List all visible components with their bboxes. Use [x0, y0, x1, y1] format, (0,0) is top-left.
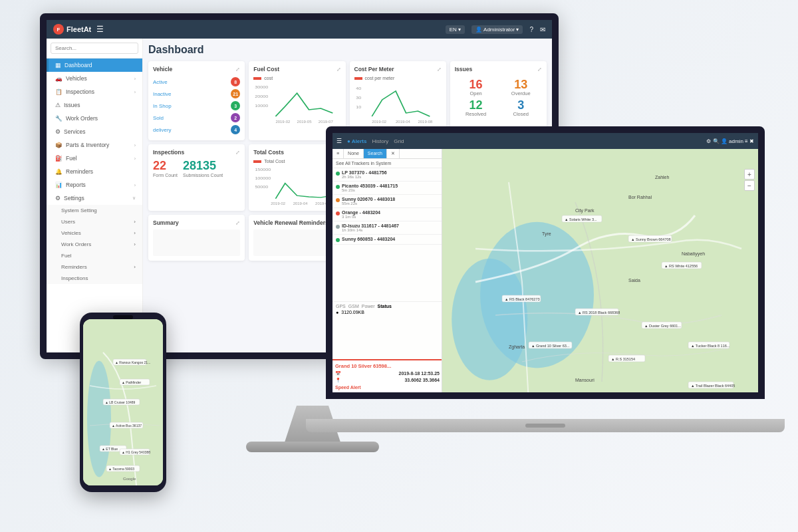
- svg-text:▲ ET Blue: ▲ ET Blue: [102, 447, 118, 451]
- none-option[interactable]: None: [344, 149, 364, 158]
- expand-icon[interactable]: ⤢: [235, 66, 240, 72]
- map-marker-3[interactable]: ▲ RS White 412556: [662, 262, 702, 269]
- map-marker-6[interactable]: ▲ Duster Grey 6601...: [642, 322, 682, 329]
- tracker-item-2[interactable]: Picanto 453039 - 4481715 5m 23s: [332, 182, 442, 195]
- sidebar-sub-workorders[interactable]: Work Orders ›: [47, 239, 142, 250]
- sidebar-item-inspections[interactable]: 📋 Inspections ›: [47, 85, 142, 98]
- map-marker-10[interactable]: ▲ Trail Blazer Black 64405: [688, 382, 735, 388]
- sidebar-sub-fuel[interactable]: Fuel: [47, 250, 142, 261]
- filter-icon[interactable]: ≡: [332, 149, 344, 158]
- sidebar-label-vehicles: Vehicles: [66, 75, 87, 82]
- tracker-item-4[interactable]: Orange - 4483204 3 1m 0s: [332, 208, 442, 221]
- sidebar-item-parts[interactable]: 📦 Parts & Inventory ›: [47, 138, 142, 152]
- map-marker-8[interactable]: ▲ Tucker Black 8 116...: [688, 342, 730, 348]
- close-tab[interactable]: ✕: [387, 149, 400, 158]
- issues-expand-icon[interactable]: ⤢: [537, 66, 542, 72]
- sidebar-label-inspections: Inspections: [66, 88, 94, 95]
- sidebar-item-settings[interactable]: ⚙ Settings ∨: [47, 192, 142, 205]
- chevron-right-icon-2: ›: [134, 90, 136, 94]
- svg-point-57: [87, 361, 111, 477]
- svg-text:150000: 150000: [255, 168, 271, 172]
- sidebar-item-reminders[interactable]: 🔔 Reminders: [47, 165, 142, 178]
- chevron-right-icon-5: ›: [134, 183, 136, 188]
- sidebar-item-fuel[interactable]: ⛽ Fuel ›: [47, 152, 142, 165]
- vehicle-card: Vehicle ⤢ Active 8 Inactive: [148, 61, 245, 140]
- sidebar-item-services[interactable]: ⚙ Services: [47, 125, 142, 138]
- fuel-expand-icon[interactable]: ⤢: [336, 66, 341, 72]
- sidebar-sub-reminders[interactable]: Reminders ›: [47, 261, 142, 273]
- vehicles-sub-label: Vehicles: [61, 230, 81, 236]
- settings-submenu: System Setting Users › Vehicles ›: [47, 205, 142, 284]
- selected-vehicle-name: Grand 10 Silver 63598...: [335, 363, 440, 369]
- map-marker-9[interactable]: ▲ R.S 315154: [608, 355, 645, 362]
- search-tab[interactable]: Search: [364, 149, 387, 158]
- svg-text:2019-08: 2019-08: [418, 120, 432, 123]
- fuel-cost-title: Fuel Cost: [253, 66, 279, 72]
- settings-icon: ⚙: [55, 195, 61, 201]
- tracker-item-6[interactable]: Sunny 660853 - 4483204: [332, 235, 442, 245]
- help-icon[interactable]: ?: [529, 26, 533, 33]
- map-marker-1[interactable]: ▲ Solaris White 3...: [562, 215, 602, 222]
- user-button[interactable]: 👤 Administrator ▾: [471, 25, 523, 34]
- inshop-label: In Shop: [153, 103, 172, 109]
- issues-open: 16 Open: [455, 78, 497, 96]
- hamburger-icon[interactable]: ☰: [96, 25, 104, 34]
- issues-title: Issues: [455, 66, 472, 72]
- tracker-item-5[interactable]: ID-Isuzu 311617 - 4481467 1h 30m 14s: [332, 221, 442, 235]
- mobile-device: ▲ Ranoux Kangoo 21... ▲ Pathfinder ▲ LB …: [80, 313, 166, 492]
- zoom-in-button[interactable]: +: [744, 169, 755, 180]
- fuel-icon: ⛽: [55, 155, 63, 162]
- active-label: Active: [153, 79, 168, 85]
- menu-icon[interactable]: ☰: [336, 138, 342, 144]
- open-value: 16: [455, 78, 497, 90]
- cpm-expand-icon[interactable]: ⤢: [437, 66, 442, 72]
- active-badge: 8: [231, 77, 240, 86]
- sidebar-sub-inspections[interactable]: Inspections: [47, 273, 142, 284]
- vehicle-card-header: Vehicle ⤢: [153, 66, 240, 72]
- summary-expand-icon[interactable]: ⤢: [235, 220, 240, 226]
- map-background: Zahleh Bor Rahhal City Park Tyre Saida N…: [442, 149, 758, 392]
- zoom-out-button[interactable]: −: [744, 180, 755, 191]
- inshop-badge: 3: [231, 101, 240, 110]
- status-label: Status: [378, 304, 392, 309]
- fuel-sub-label: Fuel: [61, 253, 72, 259]
- map-marker-7[interactable]: ▲ Grand 10 Silver 63...: [529, 342, 572, 348]
- sidebar-item-dashboard[interactable]: ▦ Dashboard: [47, 59, 142, 72]
- tracker-name-1: LP 307370 - 4481756: [342, 170, 438, 175]
- sidebar-item-issues[interactable]: ⚠ Issues: [47, 98, 142, 112]
- status-dot-6: [336, 238, 340, 242]
- history-tab[interactable]: History: [372, 138, 388, 144]
- svg-text:City Park: City Park: [575, 208, 595, 213]
- grid-tab[interactable]: Grid: [394, 138, 404, 144]
- alerts-tab[interactable]: ● Alerts: [347, 138, 366, 144]
- laptop-screen: ☰ ● Alerts History Grid ⚙ 🔍 👤 admin ≡ ✖ …: [326, 126, 765, 399]
- sidebar-sub-system[interactable]: System Setting: [47, 205, 142, 216]
- tracker-item-1[interactable]: LP 307370 - 4481756 2h 36s 12s: [332, 168, 442, 182]
- inspections-icon: 📋: [55, 88, 63, 95]
- user-icon: 👤: [475, 27, 482, 33]
- email-icon[interactable]: ✉: [540, 26, 545, 33]
- open-label: Open: [455, 90, 497, 96]
- map-marker-4[interactable]: ▲ RS Black 8476273: [502, 295, 541, 302]
- sidebar-sub-vehicles[interactable]: Vehicles ›: [47, 227, 142, 239]
- speed-alert-label: Speed Alert: [335, 385, 440, 390]
- tracker-item-3[interactable]: Sunny 020670 - 4483018 55m 22s: [332, 195, 442, 208]
- svg-text:▲ R.S 315154: ▲ R.S 315154: [611, 357, 635, 361]
- svg-text:2019-04: 2019-04: [293, 202, 308, 205]
- sidebar-sub-users[interactable]: Users ›: [47, 216, 142, 227]
- total-costs-title: Total Costs: [253, 149, 284, 156]
- sidebar-item-vehicles[interactable]: 🚗 Vehicles ›: [47, 72, 142, 85]
- search-input[interactable]: [51, 43, 138, 54]
- navbar: F FleetAt ☰ EN ▾ 👤 Administrator ▾ ? ✉: [47, 20, 552, 39]
- map-marker-2[interactable]: ▲ Sunny Brown 664708: [628, 235, 672, 242]
- sidebar-item-reports[interactable]: 📊 Reports ›: [47, 178, 142, 192]
- inspections-expand-icon[interactable]: ⤢: [235, 150, 240, 156]
- language-button[interactable]: EN ▾: [446, 25, 465, 34]
- sidebar-item-workorders[interactable]: 🔧 Work Orders: [47, 112, 142, 125]
- summary-card: Summary ⤢: [148, 215, 245, 261]
- form-count-value: 22: [153, 159, 178, 173]
- cpm-header: Cost Per Meter ⤢: [354, 66, 442, 72]
- map-marker-5[interactable]: ▲ RS 2018 Black 668368: [575, 309, 620, 315]
- cpm-legend: cost per meter: [365, 76, 395, 80]
- chevron-right-icon: ›: [134, 76, 136, 81]
